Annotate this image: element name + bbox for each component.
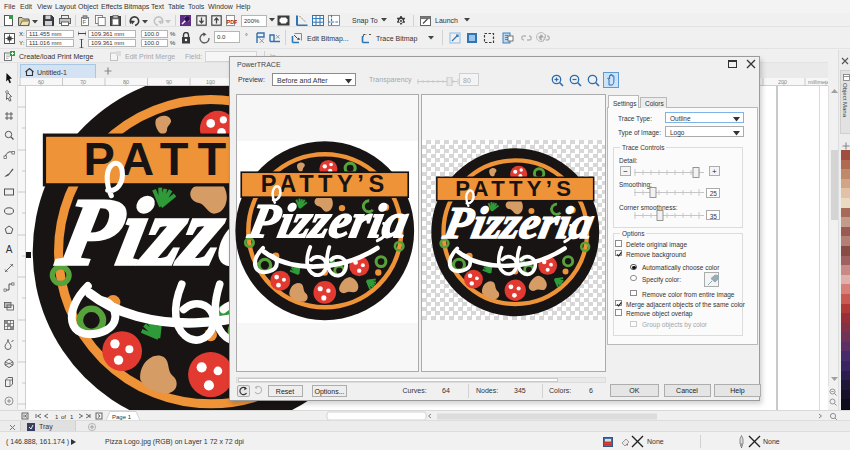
- svg-text:200: 200: [778, 79, 787, 85]
- svg-text:80: 80: [123, 79, 129, 85]
- svg-text:60: 60: [38, 79, 44, 85]
- svg-text:1: 1: [70, 413, 74, 419]
- svg-text:A: A: [6, 244, 13, 255]
- svg-text:100: 100: [206, 79, 215, 85]
- svg-text:PDF: PDF: [227, 19, 237, 25]
- svg-text:70: 70: [80, 79, 86, 85]
- svg-text:F: F: [83, 19, 87, 25]
- svg-text:1: 1: [55, 413, 59, 419]
- svg-text:Page 1: Page 1: [112, 413, 132, 419]
- svg-text:of: of: [61, 413, 66, 419]
- svg-text:90: 90: [166, 79, 172, 85]
